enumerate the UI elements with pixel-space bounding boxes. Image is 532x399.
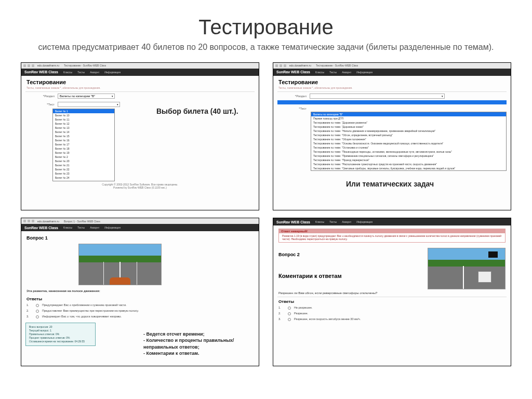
ticket-option[interactable]: Билет № 12 [53,122,114,126]
app-navbar: SunRav WEB Class Классы Тесты Аккаунт Ин… [21,69,259,76]
theme-option[interactable]: Тестирование по теме: "Общие положения" [311,137,506,141]
address-bar[interactable]: edu.dosaafnarm.ru [289,64,311,67]
ticket-option[interactable]: Билет № 18 [53,147,114,151]
forward-icon[interactable] [28,220,30,222]
theme-option[interactable]: Тестирование по теме: "Остановка и стоян… [311,145,506,150]
ticket-option[interactable]: Билет № 24 [53,176,114,180]
ticket-option[interactable]: Билет № 21 [53,163,114,167]
radio-icon[interactable] [36,304,39,307]
back-icon[interactable] [23,220,26,222]
ticket-option[interactable]: Билет № 20 [53,159,114,163]
answer-row[interactable]: 2.Разрешен. [273,311,511,316]
nav-classes[interactable]: Классы [63,226,72,229]
ticket-option[interactable]: Билет № 11 [53,117,114,122]
brand: SunRav WEB Class [24,226,58,230]
forward-icon[interactable] [28,64,30,67]
theme-option[interactable]: Тестирование по теме: "Применение специа… [311,154,506,158]
ticket-option[interactable]: Билет № 17 [53,142,114,147]
ticket-option[interactable]: Билет № 2 [53,155,114,159]
nav-classes[interactable]: Классы [315,220,324,223]
brand: SunRav WEB Class [276,70,310,74]
ticket-option[interactable]: Билет № 10 [53,113,114,117]
nav-account[interactable]: Аккаунт [90,226,99,229]
section-select[interactable]: Билеты по категории "В" [58,94,115,99]
ticket-option[interactable]: Билет № 1 [53,109,114,113]
browser-chrome: edu.dosaafnarm.ru Тестирование - SunRav … [21,63,259,69]
footer: Copyright © 2002-2012 SunRav Software. В… [21,183,259,189]
tab-title: Тестирование - SunRav WEB Class [316,64,358,67]
panel-question-1: edu.dosaafnarm.ru Вопрос 1 - SunRav WEB … [21,218,259,366]
theme-option[interactable]: Тестирование по теме: "Расположение тран… [311,162,506,166]
dropdown-highlight [277,100,507,104]
reload-icon[interactable] [32,220,34,222]
radio-icon[interactable] [36,310,39,313]
hint-text: Тесты, помеченные знаком *, обязательны … [21,86,259,91]
theme-option[interactable]: Тестирование по теме: "Световые приборы,… [311,166,506,170]
nav-account[interactable]: Аккаунт [90,71,99,74]
ticket-option[interactable]: Билет № 25 [53,180,114,181]
theme-option[interactable]: Тестирование по теме: "Проезд перекрестк… [311,158,506,162]
question-number: Вопрос 2 [278,248,423,258]
nav-info[interactable]: Информация [104,71,121,74]
ticket-option[interactable]: Билет № 13 [53,126,114,130]
theme-option[interactable]: Тестирование по теме: "Обгон, определени… [311,133,506,137]
radio-icon[interactable] [288,318,291,321]
bullet-line: - Количество и проценты правильных/непра… [143,337,259,350]
section-select[interactable] [310,94,445,99]
nav-tests[interactable]: Тесты [329,220,337,223]
theme-option[interactable]: Тестирование по теме: "Дорожные знаки" [311,125,506,129]
question-number: Вопрос 1 [21,231,259,242]
stat-line: Оставшееся время на тестирование: 04:29:… [29,340,92,343]
nav-tests[interactable]: Тесты [77,226,85,229]
ticket-dropdown[interactable]: Билет № 1Билет № 10Билет № 11Билет № 12Б… [52,109,115,181]
ticket-option[interactable]: Билет № 16 [53,138,114,142]
radio-icon[interactable] [288,307,291,310]
ticket-option[interactable]: Билет № 15 [53,134,114,138]
theme-dropdown[interactable]: Билеты по категории "В"Первая помощь при… [311,112,507,171]
screenshot-grid: edu.dosaafnarm.ru Тестирование - SunRav … [21,62,511,366]
answer-row[interactable]: 1.Предупреждает Вас о приближении к суже… [21,302,259,308]
nav-classes[interactable]: Классы [63,71,72,74]
nav-tests[interactable]: Тесты [329,71,337,74]
theme-option[interactable]: Тестирование по теме: "Основы безопаснос… [311,141,506,145]
theme-option[interactable]: Билеты по категории "В" [311,112,506,116]
nav-info[interactable]: Информация [356,220,373,223]
answers-heading: Ответы [21,295,259,302]
reload-icon[interactable] [284,64,286,67]
radio-icon[interactable] [288,312,291,315]
nav-info[interactable]: Информация [356,71,373,74]
error-explanation: Разметка 1.19 (в виде стрел) предупрежда… [282,234,502,241]
theme-option[interactable]: Тестирование по теме: "Дорожная разметка… [311,121,506,125]
address-bar[interactable]: edu.dosaafnarm.ru [37,64,59,67]
ticket-option[interactable]: Билет № 22 [53,167,114,171]
theme-option[interactable]: Тестирование по теме: "Пешеходные перехо… [311,150,506,154]
nav-account[interactable]: Аккаунт [342,220,351,223]
ticket-option[interactable]: Билет № 23 [53,171,114,176]
answer-row[interactable]: 3.Разрешен, если скорость автобуса менее… [273,316,511,322]
ticket-option[interactable]: Билет № 14 [53,130,114,134]
nav-info[interactable]: Информация [104,226,121,229]
page-heading: Тестирование [273,76,511,86]
nav-tests[interactable]: Тесты [77,71,85,74]
answer-row[interactable]: 1.Не разрешен. [273,305,511,311]
address-bar[interactable]: edu.dosaafnarm.ru [37,220,59,223]
wrong-answer-box: Ответ неверный! Разметка 1.19 (в виде ст… [278,229,506,243]
question-text: Разрешен ли Вам обгон, если реверсивные … [273,289,511,297]
theme-option[interactable]: Тестирование по теме: "Начало движения и… [311,129,506,133]
answer-row[interactable]: 3.Информирует Вас о том, что дорога пово… [21,314,259,320]
ticket-option[interactable]: Билет № 19 [53,151,114,155]
answer-text: Разрешен. [294,312,308,315]
nav-account[interactable]: Аккаунт [342,71,351,74]
stat-line: Процент правильных ответов: 0% [29,336,92,340]
reload-icon[interactable] [32,64,34,67]
caption-themes: Или тематических задач [346,180,434,188]
back-icon[interactable] [275,64,278,67]
answer-row[interactable]: 2.Предоставляет Вам преимущество при пер… [21,308,259,314]
test-select[interactable] [58,102,120,107]
forward-icon[interactable] [280,64,282,67]
nav-classes[interactable]: Классы [315,71,324,74]
radio-icon[interactable] [36,315,39,318]
feature-bullets: - Ведется отсчет времени;- Количество и … [143,331,259,356]
back-icon[interactable] [23,64,26,67]
theme-option[interactable]: Первая помощь при ДТП [311,116,506,121]
